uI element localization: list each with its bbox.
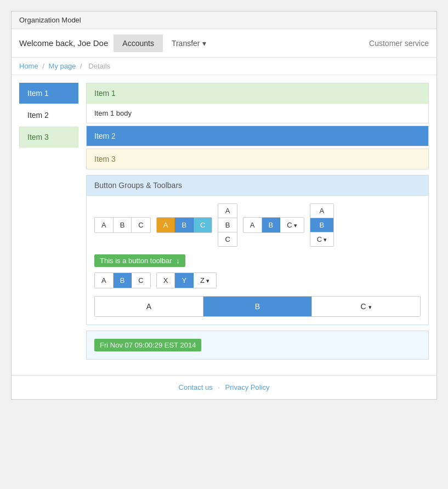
accordion-header-1[interactable]: Item 1 bbox=[87, 83, 428, 104]
btn-group-2: A B C bbox=[156, 217, 213, 233]
toolbar-btn-x[interactable]: X bbox=[157, 273, 175, 288]
btn-group2-c[interactable]: C bbox=[194, 218, 212, 232]
toolbar-btn-a[interactable]: A bbox=[95, 273, 114, 288]
title-bar: Organization Model bbox=[12, 12, 436, 29]
timestamp-badge: Fri Nov 07 09:00:29 EST 2014 bbox=[94, 339, 201, 351]
timestamp-section: Fri Nov 07 09:00:29 EST 2014 bbox=[86, 331, 429, 360]
accordion-item-1: Item 1 Item 1 body bbox=[86, 83, 429, 123]
btn-group2-b[interactable]: B bbox=[175, 218, 194, 232]
nav-transfer-button[interactable]: Transfer ▾ bbox=[163, 35, 215, 52]
btn-group-1: A B C bbox=[94, 217, 151, 233]
toolbar-group-2: X Y Z bbox=[156, 272, 217, 288]
footer-sep: · bbox=[218, 383, 220, 391]
btn-groups-section: Button Groups & Toolbars A B C A bbox=[86, 175, 429, 325]
btn-group-3-vertical: A B C bbox=[218, 203, 237, 247]
sidebar-item-2[interactable]: Item 2 bbox=[19, 105, 78, 126]
breadcrumb-details: Details bbox=[88, 62, 110, 70]
btn-group3v-b[interactable]: B bbox=[218, 218, 236, 232]
btn-group-wide: A B C bbox=[94, 296, 421, 317]
app-title: Organization Model bbox=[19, 16, 81, 24]
btn-group5v-c[interactable]: C bbox=[310, 232, 333, 246]
btn-group3v-c[interactable]: C bbox=[218, 232, 236, 246]
accordion-body-1: Item 1 body bbox=[87, 104, 428, 123]
sidebar-item-3[interactable]: Item 3 bbox=[19, 127, 78, 147]
accordion-item-3: Item 3 bbox=[86, 149, 429, 169]
btn-group4-b[interactable]: B bbox=[262, 218, 281, 232]
btn-groups-header: Button Groups & Toolbars bbox=[87, 175, 428, 196]
toolbar-badge: This is a button toolbar ↓ bbox=[94, 254, 185, 267]
breadcrumb-home[interactable]: Home bbox=[19, 62, 38, 70]
wide-btn-c[interactable]: C bbox=[312, 297, 420, 316]
wide-btn-a[interactable]: A bbox=[95, 297, 203, 316]
nav-welcome: Welcome back, Joe Doe bbox=[19, 38, 108, 48]
main-content: Item 1 Item 2 Item 3 Item 1 Item 1 body bbox=[12, 75, 436, 367]
accordion-item-2: Item 2 bbox=[86, 126, 429, 146]
btn-group1-b[interactable]: B bbox=[114, 218, 132, 232]
content-area: Item 1 Item 1 body Item 2 Item 3 bbox=[86, 83, 429, 360]
btn-group3v-a[interactable]: A bbox=[218, 204, 236, 218]
toolbar-btn-c[interactable]: C bbox=[132, 273, 150, 288]
chevron-down-icon: ▾ bbox=[202, 39, 206, 48]
footer-privacy-policy[interactable]: Privacy Policy bbox=[225, 383, 270, 391]
nav-bar: Welcome back, Joe Doe Accounts Transfer … bbox=[12, 29, 436, 58]
toolbar-btn-z[interactable]: Z bbox=[194, 273, 216, 288]
btn-row-1: A B C A B C A B bbox=[94, 203, 421, 247]
btn-groups-body: A B C A B C A B bbox=[87, 196, 428, 325]
toolbar-btn-b[interactable]: B bbox=[114, 273, 132, 288]
btn-group2-a[interactable]: A bbox=[157, 218, 175, 232]
sidebar: Item 1 Item 2 Item 3 bbox=[19, 83, 78, 360]
toolbar-btn-y[interactable]: Y bbox=[175, 273, 194, 288]
accordion-header-2[interactable]: Item 2 bbox=[87, 126, 428, 146]
btn-group-4: A B C bbox=[243, 217, 304, 233]
btn-group4-c[interactable]: C bbox=[280, 218, 303, 232]
nav-customer-service: Customer service bbox=[369, 39, 429, 48]
breadcrumb-my-page[interactable]: My page bbox=[49, 62, 76, 70]
arrow-down-icon: ↓ bbox=[176, 257, 180, 265]
toolbar-group-1: A B C bbox=[94, 272, 151, 288]
breadcrumb-sep2: / bbox=[80, 62, 82, 70]
btn-group4-a[interactable]: A bbox=[243, 218, 262, 232]
btn-group-5-vertical: A B C bbox=[310, 203, 334, 247]
accordion-header-3[interactable]: Item 3 bbox=[87, 149, 428, 169]
btn-group5v-b[interactable]: B bbox=[310, 218, 333, 232]
btn-group5v-a[interactable]: A bbox=[310, 204, 333, 218]
breadcrumb-sep1: / bbox=[42, 62, 44, 70]
wide-btn-b[interactable]: B bbox=[203, 297, 312, 316]
footer-contact-us[interactable]: Contact us bbox=[179, 383, 213, 391]
sidebar-item-1[interactable]: Item 1 bbox=[19, 83, 78, 104]
btn-group1-a[interactable]: A bbox=[95, 218, 114, 232]
nav-accounts-button[interactable]: Accounts bbox=[114, 35, 163, 52]
btn-group1-c[interactable]: C bbox=[132, 218, 150, 232]
footer: Contact us · Privacy Policy bbox=[12, 375, 436, 399]
breadcrumb: Home / My page / Details bbox=[12, 58, 436, 75]
btn-row-toolbar: A B C X Y Z bbox=[94, 272, 421, 288]
